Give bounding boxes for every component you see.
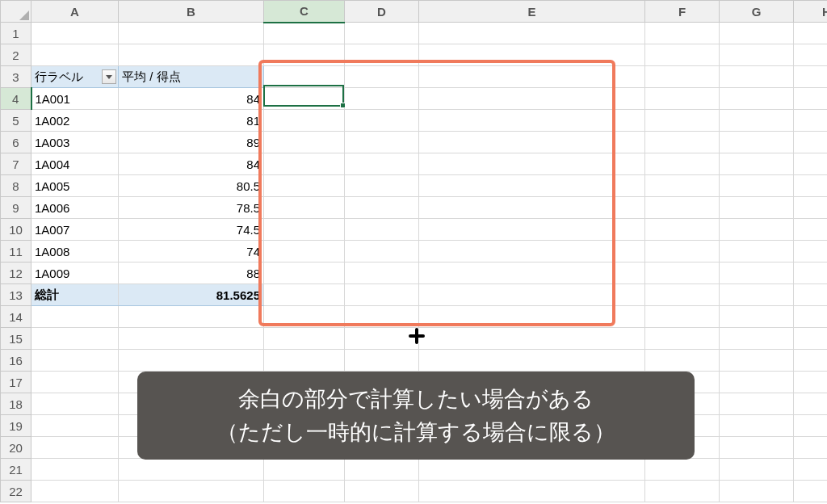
cell[interactable]: [345, 350, 419, 372]
row-header-7[interactable]: 7: [1, 153, 31, 175]
cell[interactable]: [794, 44, 828, 66]
pivot-value-header[interactable]: 平均 / 得点: [119, 66, 264, 88]
cell[interactable]: [645, 197, 720, 219]
pivot-total-value[interactable]: 81.5625: [119, 284, 264, 306]
cell[interactable]: [31, 393, 119, 415]
cell[interactable]: [720, 132, 794, 153]
cell[interactable]: [720, 44, 794, 66]
cell[interactable]: [794, 459, 828, 481]
cell[interactable]: [720, 459, 794, 481]
cell[interactable]: [419, 23, 645, 44]
cell[interactable]: [264, 197, 345, 219]
cell[interactable]: [720, 284, 794, 306]
cell[interactable]: [264, 66, 345, 88]
cell[interactable]: [419, 328, 645, 350]
cell[interactable]: [419, 175, 645, 197]
cell[interactable]: [119, 481, 264, 502]
row-header-16[interactable]: 16: [1, 350, 31, 372]
row-header-3[interactable]: 3: [1, 66, 31, 88]
cell[interactable]: 1A009: [31, 262, 119, 284]
cell[interactable]: [419, 110, 645, 132]
cell[interactable]: [345, 284, 419, 306]
cell[interactable]: [720, 241, 794, 262]
row-header-17[interactable]: 17: [1, 372, 31, 393]
cell[interactable]: [720, 66, 794, 88]
cell[interactable]: [720, 328, 794, 350]
row-header-11[interactable]: 11: [1, 241, 31, 262]
cell[interactable]: [794, 262, 828, 284]
col-header-D[interactable]: D: [345, 1, 419, 23]
cell[interactable]: [720, 393, 794, 415]
row-header-5[interactable]: 5: [1, 110, 31, 132]
cell[interactable]: [419, 306, 645, 328]
col-header-F[interactable]: F: [645, 1, 720, 23]
cell[interactable]: [794, 241, 828, 262]
filter-dropdown-button[interactable]: [102, 69, 116, 84]
cell[interactable]: [794, 132, 828, 153]
cell[interactable]: 1A002: [31, 110, 119, 132]
cell[interactable]: [794, 110, 828, 132]
cell[interactable]: [345, 132, 419, 153]
cell[interactable]: [119, 328, 264, 350]
col-header-C[interactable]: C: [264, 1, 345, 23]
cell[interactable]: [720, 219, 794, 241]
cell[interactable]: [794, 415, 828, 437]
cell[interactable]: 89: [119, 132, 264, 153]
cell[interactable]: [794, 306, 828, 328]
cell[interactable]: [720, 153, 794, 175]
cell[interactable]: [31, 437, 119, 459]
cell[interactable]: [645, 306, 720, 328]
row-header-21[interactable]: 21: [1, 459, 31, 481]
cell[interactable]: 84: [119, 88, 264, 110]
cell[interactable]: [419, 284, 645, 306]
cell[interactable]: [264, 328, 345, 350]
cell[interactable]: [645, 44, 720, 66]
cell[interactable]: [419, 88, 645, 110]
cell[interactable]: [345, 153, 419, 175]
cell[interactable]: [645, 350, 720, 372]
cell[interactable]: [264, 306, 345, 328]
col-header-E[interactable]: E: [419, 1, 645, 23]
cell[interactable]: [645, 284, 720, 306]
cell[interactable]: [264, 350, 345, 372]
select-all-corner[interactable]: [1, 1, 31, 23]
cell[interactable]: [794, 437, 828, 459]
row-header-22[interactable]: 22: [1, 481, 31, 502]
cell[interactable]: [720, 197, 794, 219]
cell[interactable]: [264, 175, 345, 197]
cell[interactable]: [794, 153, 828, 175]
cell[interactable]: [720, 110, 794, 132]
cell[interactable]: [419, 481, 645, 502]
cell[interactable]: [119, 350, 264, 372]
cell[interactable]: [345, 306, 419, 328]
cell[interactable]: [645, 328, 720, 350]
row-header-19[interactable]: 19: [1, 415, 31, 437]
col-header-G[interactable]: G: [720, 1, 794, 23]
cell[interactable]: [264, 459, 345, 481]
cell[interactable]: [345, 88, 419, 110]
cell[interactable]: [345, 110, 419, 132]
cell[interactable]: [419, 197, 645, 219]
cell[interactable]: [264, 284, 345, 306]
cell[interactable]: [645, 262, 720, 284]
cell[interactable]: [794, 175, 828, 197]
cell[interactable]: [645, 175, 720, 197]
row-header-4[interactable]: 4: [1, 88, 31, 110]
cell[interactable]: [264, 88, 345, 110]
cell[interactable]: [794, 481, 828, 502]
cell[interactable]: [794, 219, 828, 241]
cell[interactable]: [720, 481, 794, 502]
cell[interactable]: [31, 415, 119, 437]
row-header-1[interactable]: 1: [1, 23, 31, 44]
cell[interactable]: 74: [119, 241, 264, 262]
col-header-A[interactable]: A: [31, 1, 119, 23]
cell[interactable]: [264, 481, 345, 502]
cell[interactable]: [720, 175, 794, 197]
row-header-6[interactable]: 6: [1, 132, 31, 153]
row-header-12[interactable]: 12: [1, 262, 31, 284]
row-header-15[interactable]: 15: [1, 328, 31, 350]
cell[interactable]: [264, 219, 345, 241]
cell[interactable]: [720, 437, 794, 459]
cell[interactable]: [794, 88, 828, 110]
cell[interactable]: [31, 23, 119, 44]
